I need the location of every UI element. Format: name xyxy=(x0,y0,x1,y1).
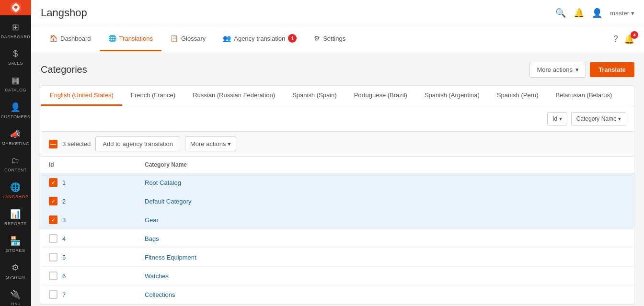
tab-glossary[interactable]: 📋 Glossary xyxy=(161,27,214,51)
sidebar-item-catalog[interactable]: ▦ CATALOG xyxy=(0,70,31,97)
user-icon: 👤 xyxy=(592,8,602,18)
lang-tab-en-us-label: English (United States) xyxy=(50,91,114,99)
more-actions-button[interactable]: More actions ▾ xyxy=(529,62,586,78)
sidebar-item-label: DASHBOARD xyxy=(1,34,31,39)
lang-tab-ru-ru[interactable]: Russian (Russian Federation) xyxy=(184,86,284,106)
lang-tab-es-es[interactable]: Spanish (Spain) xyxy=(284,86,345,106)
lang-tab-fr-fr[interactable]: French (France) xyxy=(122,86,184,106)
customers-icon: 👤 xyxy=(10,102,21,113)
page-title: Categories xyxy=(41,64,87,75)
row-name-link[interactable]: Watches xyxy=(145,272,169,280)
table-row: 2Default Category xyxy=(41,192,634,211)
table-row: 6Watches xyxy=(41,267,634,285)
row-id-link[interactable]: 6 xyxy=(62,272,66,280)
search-icon[interactable]: 🔍 xyxy=(555,8,566,18)
row-id-link[interactable]: 4 xyxy=(62,235,66,242)
notification-badge[interactable]: 🔔 4 xyxy=(624,34,634,45)
lang-tab-pt-br[interactable]: Portuguese (Brazil) xyxy=(345,86,416,106)
cell-name: Gear xyxy=(137,211,634,229)
row-id-link[interactable]: 3 xyxy=(62,216,66,224)
col-header-id: Id xyxy=(41,157,137,173)
extensions-icon: 🔌 xyxy=(10,289,21,300)
sidebar-item-label: SALES xyxy=(8,61,23,66)
stores-icon: 🏪 xyxy=(10,236,21,246)
category-name-filter-button[interactable]: Category Name ▾ xyxy=(571,112,626,125)
cell-id: 1 xyxy=(41,173,137,192)
sidebar-item-label: CONTENT xyxy=(4,168,27,172)
row-id-link[interactable]: 1 xyxy=(62,179,66,186)
lang-tabs: English (United States) French (France) … xyxy=(41,86,634,106)
selection-toolbar: 3 selected Add to agency translation Mor… xyxy=(41,132,634,157)
translate-button[interactable]: Translate xyxy=(590,62,634,77)
row-name-link[interactable]: Collections xyxy=(145,291,175,298)
tab-agency[interactable]: 👥 Agency translation 1 xyxy=(214,26,305,52)
user-label: master xyxy=(610,10,629,17)
row-name-link[interactable]: Fitness Equipment xyxy=(145,254,196,261)
tab-dashboard-label: Dashboard xyxy=(60,35,91,42)
lang-tab-es-es-label: Spanish (Spain) xyxy=(292,91,337,99)
tab-dashboard[interactable]: 🏠 Dashboard xyxy=(41,27,100,51)
sidebar-item-sales[interactable]: $ SALES xyxy=(0,44,31,70)
tab-translations[interactable]: 🌐 Translations xyxy=(100,27,161,51)
sidebar-logo[interactable] xyxy=(0,0,31,15)
lang-tab-be-by[interactable]: Belarusian (Belarus) xyxy=(547,86,621,106)
row-checkbox[interactable] xyxy=(49,234,58,243)
help-icon[interactable]: ? xyxy=(613,34,618,44)
lang-tab-es-pe[interactable]: Spanish (Peru) xyxy=(488,86,547,106)
sidebar-item-label: MARKETING xyxy=(2,141,30,146)
row-checkbox[interactable] xyxy=(49,197,58,205)
notification-icon[interactable]: 🔔 xyxy=(574,8,584,18)
agency-badge: 1 xyxy=(288,34,297,43)
page-actions: More actions ▾ Translate xyxy=(529,62,634,78)
row-checkbox[interactable] xyxy=(49,290,58,299)
sidebar-item-system[interactable]: ⚙ SYSTEM xyxy=(0,258,31,284)
lang-tab-es-ar[interactable]: Spanish (Argentina) xyxy=(416,86,488,106)
home-icon: 🏠 xyxy=(49,34,58,42)
tab-glossary-label: Glossary xyxy=(181,35,206,42)
row-name-link[interactable]: Bags xyxy=(145,235,159,242)
sidebar: ⊞ DASHBOARD $ SALES ▦ CATALOG 👤 CUSTOMER… xyxy=(0,0,31,306)
row-id-link[interactable]: 2 xyxy=(62,198,66,205)
tab-settings-label: Settings xyxy=(323,35,345,42)
row-id-link[interactable]: 7 xyxy=(62,291,66,298)
content-icon: 🗂 xyxy=(11,156,20,166)
lang-tab-en-us[interactable]: English (United States) xyxy=(41,86,122,106)
dashboard-icon: ⊞ xyxy=(12,22,20,33)
translate-label: Translate xyxy=(598,66,626,73)
table-row: 4Bags xyxy=(41,229,634,248)
id-filter-button[interactable]: Id ▾ xyxy=(547,112,567,125)
sidebar-item-reports[interactable]: 📊 REPORTS xyxy=(0,204,31,231)
sidebar-item-stores[interactable]: 🏪 STORES xyxy=(0,231,31,258)
row-name-link[interactable]: Root Catalog xyxy=(145,179,181,186)
user-menu[interactable]: master ▾ xyxy=(610,10,634,17)
row-checkbox[interactable] xyxy=(49,178,58,187)
row-checkbox[interactable] xyxy=(49,272,58,280)
cell-name: Collections xyxy=(137,285,634,304)
table-row: 1Root Catalog xyxy=(41,173,634,192)
sidebar-item-marketing[interactable]: 📣 MARKETING xyxy=(0,124,31,151)
notif-count: 4 xyxy=(631,31,638,39)
row-id-link[interactable]: 5 xyxy=(62,254,66,261)
tab-settings[interactable]: ⚙ Settings xyxy=(305,27,354,51)
lang-tab-es-ar-label: Spanish (Argentina) xyxy=(425,91,480,99)
tab-translations-label: Translations xyxy=(119,35,153,42)
row-checkbox[interactable] xyxy=(49,253,58,261)
sidebar-item-dashboard[interactable]: ⊞ DASHBOARD xyxy=(0,17,31,44)
langshop-icon: 🌐 xyxy=(10,182,21,193)
sidebar-item-find-partners[interactable]: 🔌 FIND PARTNERS & EXTENSIONS xyxy=(0,284,31,306)
row-checkbox[interactable] xyxy=(49,215,58,224)
sidebar-item-customers[interactable]: 👤 CUSTOMERS xyxy=(0,97,31,124)
sidebar-item-label: FIND PARTNERS & EXTENSIONS xyxy=(2,302,29,306)
add-agency-translation-button[interactable]: Add to agency translation xyxy=(95,136,180,151)
sidebar-item-label: CATALOG xyxy=(5,88,26,92)
row-name-link[interactable]: Default Category xyxy=(145,198,192,205)
system-icon: ⚙ xyxy=(12,262,20,273)
table-container: English (United States) French (France) … xyxy=(41,85,634,305)
row-name-link[interactable]: Gear xyxy=(145,216,159,224)
select-all-checkbox[interactable] xyxy=(49,140,58,148)
sidebar-item-content[interactable]: 🗂 CONTENT xyxy=(0,151,31,177)
selection-more-actions-button[interactable]: More actions ▾ xyxy=(185,136,236,151)
lang-tab-pt-br-label: Portuguese (Brazil) xyxy=(354,91,407,99)
cell-name: Bags xyxy=(137,229,634,248)
sidebar-item-langshop[interactable]: 🌐 LANGSHOP xyxy=(0,177,31,204)
